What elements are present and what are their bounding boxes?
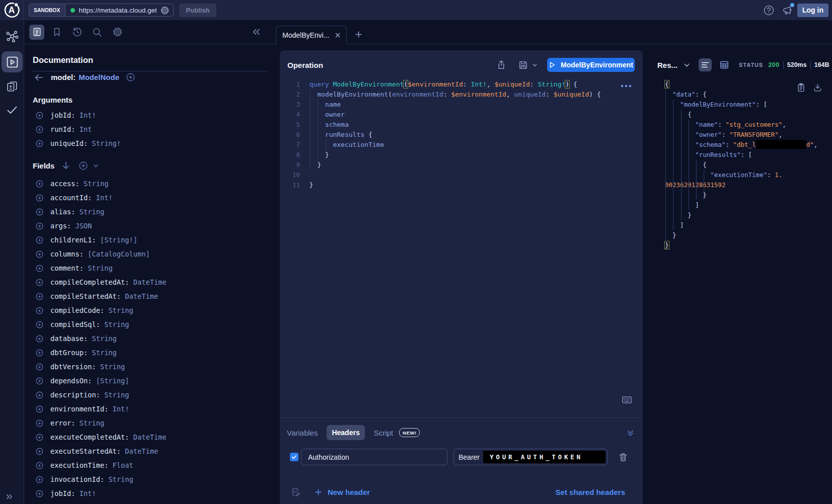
circle-plus-icon[interactable] bbox=[36, 293, 43, 300]
request-tab-script[interactable]: Script bbox=[374, 429, 393, 437]
sort-arrow-down-icon[interactable] bbox=[61, 160, 71, 171]
operation-editor[interactable]: 1query ModelByEnvironment($environmentId… bbox=[280, 79, 643, 417]
field-row[interactable]: columns: [CatalogColumn] bbox=[33, 247, 267, 261]
apollo-logo[interactable]: A bbox=[0, 0, 24, 20]
collapse-docs-button[interactable] bbox=[251, 27, 262, 37]
field-row[interactable]: dbtVersion: String bbox=[33, 360, 267, 374]
circle-plus-icon[interactable] bbox=[36, 307, 43, 314]
back-arrow-icon[interactable] bbox=[34, 72, 44, 82]
format-lines-toggle[interactable] bbox=[699, 58, 712, 71]
field-row[interactable]: comment: String bbox=[33, 261, 267, 275]
login-button[interactable]: Log in bbox=[797, 4, 828, 17]
circle-plus-icon[interactable] bbox=[36, 250, 43, 258]
table-view-toggle[interactable] bbox=[720, 60, 729, 69]
circle-plus-icon[interactable] bbox=[36, 180, 43, 188]
code-line[interactable]: 9 } bbox=[280, 160, 643, 170]
field-row[interactable]: jobId: Int! bbox=[33, 486, 267, 500]
circle-plus-icon[interactable] bbox=[36, 490, 43, 497]
circle-plus-icon[interactable] bbox=[36, 434, 43, 441]
circle-plus-icon[interactable] bbox=[36, 279, 43, 286]
circle-plus-icon[interactable] bbox=[36, 140, 43, 147]
tab-modelbyenvironment[interactable]: ModelByEnvi... bbox=[276, 26, 347, 44]
run-operation-button[interactable]: ModelByEnvironment bbox=[547, 58, 635, 72]
header-key-input[interactable]: Authorization bbox=[301, 449, 447, 465]
tab-documentation[interactable] bbox=[29, 25, 44, 40]
help-circle-icon[interactable] bbox=[764, 5, 774, 16]
field-row[interactable]: compileCompletedAt: DateTime bbox=[33, 275, 267, 289]
circle-plus-icon[interactable] bbox=[36, 112, 43, 119]
circle-plus-icon[interactable] bbox=[36, 476, 43, 483]
code-line[interactable]: 2 modelByEnvironment(environmentId: $env… bbox=[280, 90, 643, 100]
circle-plus-icon[interactable] bbox=[36, 363, 43, 371]
code-line[interactable]: 4 owner bbox=[280, 110, 643, 120]
announcements-button[interactable] bbox=[782, 5, 793, 16]
response-json-viewer[interactable]: { "data": { "modelByEnvironment": [ { "n… bbox=[644, 79, 832, 250]
rail-expand-button[interactable] bbox=[6, 493, 13, 500]
code-line[interactable]: 3 name bbox=[280, 100, 643, 110]
share-icon[interactable] bbox=[496, 60, 506, 70]
collapse-request-panel-icon[interactable] bbox=[626, 429, 635, 437]
circle-plus-icon[interactable] bbox=[36, 265, 43, 272]
sandbox-badge[interactable]: SANDBOX bbox=[29, 4, 65, 16]
rail-item-graph[interactable] bbox=[5, 30, 19, 43]
code-line[interactable]: 1query ModelByEnvironment($environmentId… bbox=[280, 79, 643, 90]
tab-history[interactable] bbox=[71, 26, 83, 38]
field-row[interactable]: executionTime: Float bbox=[33, 458, 267, 472]
close-icon[interactable] bbox=[334, 32, 341, 39]
publish-button[interactable]: Publish bbox=[179, 4, 217, 17]
argument-row[interactable]: uniqueId: String! bbox=[33, 136, 267, 150]
new-header-button[interactable]: New header bbox=[315, 488, 370, 496]
circle-plus-icon[interactable] bbox=[36, 208, 43, 216]
circle-plus-icon[interactable] bbox=[36, 222, 43, 230]
code-line[interactable]: 11} bbox=[280, 180, 643, 190]
field-row[interactable]: invocationId: String bbox=[33, 472, 267, 486]
delete-header-trash-icon[interactable] bbox=[619, 453, 628, 462]
tab-saved-operations[interactable] bbox=[51, 26, 63, 38]
field-row[interactable]: executeCompletedAt: DateTime bbox=[33, 430, 267, 444]
chevron-down-icon[interactable] bbox=[93, 162, 99, 169]
rail-item-changelog[interactable] bbox=[6, 80, 19, 94]
operation-options-ellipsis-icon[interactable] bbox=[621, 85, 632, 88]
script-document-icon[interactable] bbox=[291, 487, 300, 497]
circle-plus-icon[interactable] bbox=[36, 335, 43, 343]
request-tab-variables[interactable]: Variables bbox=[287, 429, 318, 437]
code-line[interactable]: 5 schema bbox=[280, 120, 643, 130]
field-row[interactable]: accountId: Int! bbox=[33, 191, 267, 205]
circle-plus-icon[interactable] bbox=[36, 391, 43, 399]
response-dropdown-chevron-icon[interactable] bbox=[684, 62, 690, 68]
field-row[interactable]: childrenL1: [String!] bbox=[33, 233, 267, 247]
circle-plus-icon[interactable] bbox=[36, 419, 43, 427]
rail-item-checks[interactable] bbox=[6, 104, 19, 117]
field-row[interactable]: args: JSON bbox=[33, 219, 267, 233]
code-line[interactable]: 8 } bbox=[280, 150, 643, 160]
request-tab-headers[interactable]: Headers bbox=[327, 425, 364, 440]
field-row[interactable]: error: String bbox=[33, 416, 267, 430]
circle-plus-icon[interactable] bbox=[126, 73, 135, 81]
header-value-input[interactable]: Bearer YOUR_AUTH_TOKEN bbox=[453, 449, 608, 465]
save-button[interactable] bbox=[518, 60, 538, 70]
code-line[interactable]: 10 bbox=[280, 170, 643, 180]
download-response-icon[interactable] bbox=[813, 83, 822, 92]
circle-plus-icon[interactable] bbox=[36, 448, 43, 455]
field-row[interactable]: description: String bbox=[33, 388, 267, 402]
argument-row[interactable]: jobId: Int! bbox=[33, 108, 267, 122]
keyboard-shortcuts-icon[interactable] bbox=[622, 396, 632, 403]
circle-plus-icon[interactable] bbox=[36, 349, 43, 357]
new-tab-plus-icon[interactable] bbox=[355, 31, 362, 38]
code-line[interactable]: 6 runResults { bbox=[280, 130, 643, 140]
circle-plus-icon[interactable] bbox=[36, 321, 43, 328]
field-row[interactable]: compiledCode: String bbox=[33, 303, 267, 317]
field-row[interactable]: environmentId: Int! bbox=[33, 402, 267, 416]
field-row[interactable]: compileStartedAt: DateTime bbox=[33, 289, 267, 303]
rail-item-explorer[interactable] bbox=[2, 51, 23, 72]
field-row[interactable]: dependsOn: [String] bbox=[33, 374, 267, 388]
field-row[interactable]: executeStartedAt: DateTime bbox=[33, 444, 267, 458]
set-shared-headers-link[interactable]: Set shared headers bbox=[556, 488, 625, 496]
circle-plus-icon[interactable] bbox=[36, 377, 43, 385]
circle-plus-icon[interactable] bbox=[36, 126, 43, 133]
circle-plus-icon[interactable] bbox=[36, 194, 43, 202]
field-row[interactable]: compiledSql: String bbox=[33, 317, 267, 331]
endpoint-url-input[interactable]: https://metadata.cloud.getd bbox=[79, 7, 157, 14]
tab-search[interactable] bbox=[91, 26, 103, 38]
endpoint-settings-gear-icon[interactable] bbox=[161, 6, 169, 15]
